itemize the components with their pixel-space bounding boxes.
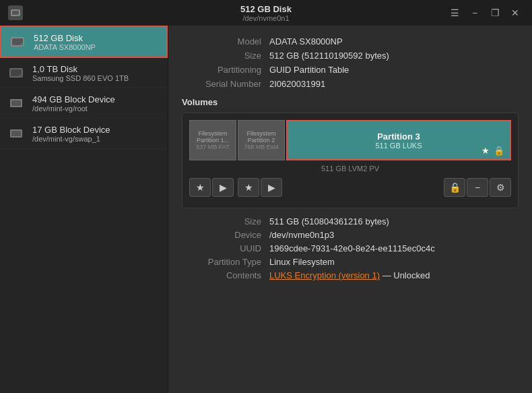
model-value: ADATA SX8000NP	[269, 36, 343, 47]
titlebar-controls: ☰ − ❐ ✕	[446, 5, 524, 20]
partition3-actions: 🔒 − ⚙	[444, 178, 511, 197]
model-label: Model	[182, 36, 269, 47]
sidebar-item-text-17: 17 GB Block Device /dev/mint-vg/swap_1	[32, 125, 110, 143]
partition2-star-btn[interactable]: ★	[238, 178, 259, 197]
lock-btn[interactable]: 🔒	[444, 178, 465, 197]
sidebar-item-sub-512: ADATA SX8000NP	[34, 43, 96, 51]
size-label: Size	[182, 51, 269, 61]
part-uuid-label: UUID	[182, 243, 269, 253]
titlebar: 512 GB Disk /dev/nvme0n1 ☰ − ❐ ✕	[0, 0, 532, 26]
partition2-actions: ★ ▶	[238, 178, 282, 197]
model-row: Model ADATA SX8000NP	[182, 36, 519, 47]
part-type-row: Partition Type Linux Filesystem	[182, 257, 519, 267]
serial-value: 2I0620031991	[269, 79, 325, 89]
contents-suffix: — Unlocked	[380, 270, 430, 280]
partition-3-icons: ★ 🔒	[481, 146, 504, 156]
part-size-value: 511 GB (510804361216 bytes)	[269, 216, 389, 226]
partition-1-label: Filesystem	[198, 130, 227, 137]
partition-3-type: 511 GB LUKS	[375, 142, 422, 150]
sidebar-item-text-1tb: 1,0 TB Disk Samsung SSD 860 EVO 1TB	[32, 64, 129, 82]
app-icon	[8, 5, 23, 20]
detail-panel: Model ADATA SX8000NP Size 512 GB (512110…	[168, 26, 532, 393]
sidebar-item-title-494: 494 GB Block Device	[32, 94, 115, 104]
volumes-area: Filesystem Partition 1... 537 MB FAT Fil…	[182, 113, 519, 208]
size-row: Size 512 GB (512110190592 bytes)	[182, 51, 519, 61]
sidebar-item-disk-512[interactable]: 512 GB Disk ADATA SX8000NP	[0, 26, 168, 58]
partitioning-value: GUID Partition Table	[269, 65, 349, 75]
part-size-label: Size	[182, 216, 269, 226]
partition-1-size: 537 MB FAT	[196, 144, 229, 150]
sidebar-item-text-512: 512 GB Disk ADATA SX8000NP	[34, 33, 96, 51]
partition-1-sublabel: Partition 1...	[197, 137, 229, 144]
svg-point-8	[20, 74, 22, 77]
star-icon: ★	[481, 146, 490, 156]
serial-row: Serial Number 2I0620031991	[182, 79, 519, 89]
partition-3-name: Partition 3	[377, 131, 420, 142]
sidebar-item-block-494[interactable]: 494 GB Block Device /dev/mint-vg/root	[0, 88, 168, 119]
part-type-label: Partition Type	[182, 257, 269, 267]
partition2-arrow-btn[interactable]: ▶	[261, 178, 282, 197]
part-contents-label: Contents	[182, 270, 269, 280]
restore-button[interactable]: ❐	[486, 5, 504, 20]
partition-1[interactable]: Filesystem Partition 1... 537 MB FAT	[189, 120, 236, 160]
partition-2-label: Filesystem	[246, 130, 275, 137]
sidebar-item-disk-1tb[interactable]: 1,0 TB Disk Samsung SSD 860 EVO 1TB	[0, 58, 168, 88]
sidebar-item-block-17[interactable]: 17 GB Block Device /dev/mint-vg/swap_1	[0, 119, 168, 149]
luks-link[interactable]: LUKS Encryption (version 1)	[269, 270, 380, 280]
part-uuid-row: UUID 1969cdee-7931-42e0-8e24-ee1115ec0c4…	[182, 243, 519, 253]
part-device-label: Device	[182, 230, 269, 240]
sidebar-item-sub-1tb: Samsung SSD 860 EVO 1TB	[32, 74, 129, 82]
serial-label: Serial Number	[182, 79, 269, 89]
partition-2-sublabel: Partition 2	[248, 137, 275, 144]
window-title: 512 GB Disk	[240, 4, 292, 14]
svg-rect-10	[11, 100, 21, 106]
partition-2[interactable]: Filesystem Partition 2 768 MB Ext4	[238, 120, 285, 160]
sidebar-item-title-17: 17 GB Block Device	[32, 125, 110, 135]
minimize-button[interactable]: −	[466, 5, 484, 20]
block-icon-494	[7, 94, 26, 113]
partition-bar: Filesystem Partition 1... 537 MB FAT Fil…	[189, 120, 511, 160]
disk-icon-1tb	[7, 63, 26, 82]
minus-btn[interactable]: −	[467, 178, 488, 197]
partition-2-size: 768 MB Ext4	[244, 144, 279, 150]
part-device-value: /dev/nvme0n1p3	[269, 230, 334, 240]
lvm-indicator: 511 GB LVM2 PV	[189, 164, 511, 173]
main-content: 512 GB Disk ADATA SX8000NP 1,0 TB Disk S…	[0, 26, 532, 393]
partitioning-label: Partitioning	[182, 65, 269, 75]
window-subtitle: /dev/nvme0n1	[240, 14, 292, 22]
partitioning-row: Partitioning GUID Partition Table	[182, 65, 519, 75]
sidebar: 512 GB Disk ADATA SX8000NP 1,0 TB Disk S…	[0, 26, 168, 393]
gear-btn[interactable]: ⚙	[490, 178, 511, 197]
sidebar-item-sub-494: /dev/mint-vg/root	[32, 104, 115, 113]
svg-point-2	[18, 14, 20, 16]
partition1-arrow-btn[interactable]: ▶	[212, 178, 234, 197]
partition1-actions: ★ ▶	[189, 178, 234, 197]
menu-button[interactable]: ☰	[446, 5, 463, 20]
partition1-star-btn[interactable]: ★	[189, 178, 211, 197]
titlebar-left	[8, 5, 23, 20]
part-type-value: Linux Filesystem	[269, 257, 335, 267]
size-value: 512 GB (512110190592 bytes)	[269, 51, 389, 61]
volumes-title: Volumes	[182, 97, 519, 107]
titlebar-center: 512 GB Disk /dev/nvme0n1	[240, 4, 292, 22]
sidebar-item-text-494: 494 GB Block Device /dev/mint-vg/root	[32, 94, 115, 113]
part-contents-value: LUKS Encryption (version 1) — Unlocked	[269, 270, 430, 280]
partition-details: Size 511 GB (510804361216 bytes) Device …	[182, 216, 519, 280]
disk-icon-512	[8, 32, 27, 51]
close-button[interactable]: ✕	[506, 5, 524, 20]
svg-rect-12	[11, 131, 21, 136]
part-device-row: Device /dev/nvme0n1p3	[182, 230, 519, 240]
block-icon-17	[7, 124, 26, 143]
svg-point-5	[21, 43, 24, 46]
part-size-row: Size 511 GB (510804361216 bytes)	[182, 216, 519, 226]
part-contents-row: Contents LUKS Encryption (version 1) — U…	[182, 270, 519, 280]
partition-3[interactable]: Partition 3 511 GB LUKS ★ 🔒	[286, 120, 511, 160]
sidebar-item-sub-17: /dev/mint-vg/swap_1	[32, 135, 110, 143]
volume-actions: ★ ▶ ★ ▶ 🔒 − ⚙	[189, 178, 511, 197]
part-uuid-value: 1969cdee-7931-42e0-8e24-ee1115ec0c4c	[269, 243, 435, 253]
sidebar-item-title-512: 512 GB Disk	[34, 33, 96, 43]
lock-icon: 🔒	[494, 146, 504, 156]
sidebar-item-title-1tb: 1,0 TB Disk	[32, 64, 129, 74]
